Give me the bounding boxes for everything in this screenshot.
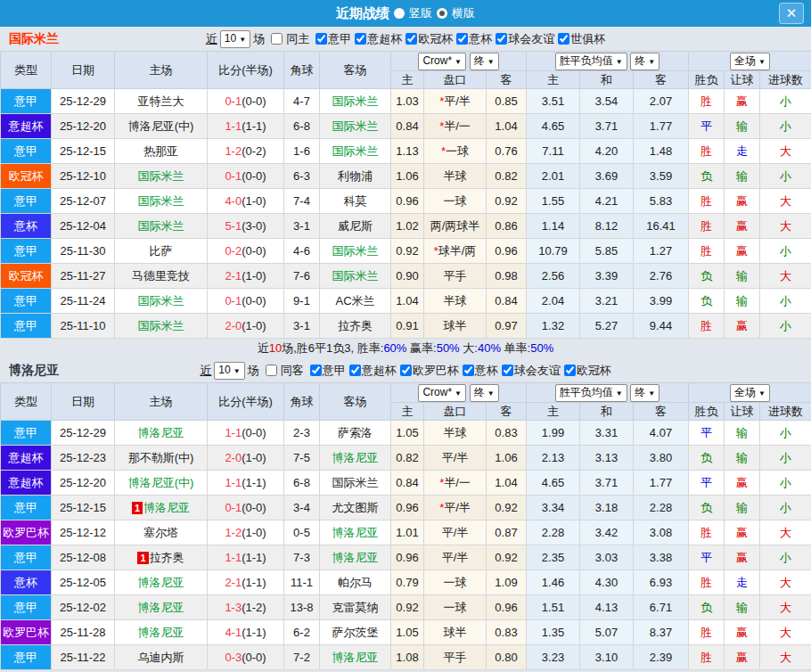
corner-cell: 7-5 (284, 446, 320, 471)
match-count-select[interactable]: 10▼ (214, 362, 244, 380)
fulltime-select[interactable]: 全场▼ (730, 53, 770, 70)
result-cell: 胜 (689, 314, 725, 339)
let-result-cell: 输 (725, 114, 760, 139)
match-count-select[interactable]: 10▼ (220, 30, 250, 48)
home-cell: 博洛尼亚 (115, 421, 208, 446)
odds-away-cell: 0.98 (487, 264, 527, 289)
league-label: 欧冠杯 (418, 32, 453, 45)
subheader-result: 胜负 (689, 71, 725, 89)
league-checkbox[interactable] (558, 33, 569, 45)
result-cell: 胜 (689, 189, 725, 214)
table-row: 意甲25-11-30比萨0-2(0-0)4-6国际米兰0.92*球半/两0.96… (1, 239, 811, 264)
results-table: 类型 日期 主场 比分(半场) 角球 客场 Crow*▼ 终▼ 胜平负均值▼ 终… (0, 51, 811, 339)
league-filter[interactable]: 意甲 (312, 31, 351, 47)
score-cell: 0-1(0-0) (208, 164, 284, 189)
odds-away-cell: 1.06 (487, 446, 527, 471)
goals-cell: 小 (760, 446, 811, 471)
league-filter[interactable]: 世俱杯 (554, 31, 605, 47)
league-checkbox[interactable] (355, 33, 366, 45)
avg-away-cell: 1.77 (634, 471, 689, 496)
score-cell: 2-1(1-1) (208, 570, 284, 595)
league-filter[interactable]: 意杯 (459, 363, 498, 379)
league-checkbox[interactable] (406, 33, 417, 45)
subheader-odds-away: 客 (487, 71, 527, 89)
avg-odds-select[interactable]: 胜平负均值▼ (555, 53, 627, 70)
avg-home-cell: 1.32 (527, 314, 580, 339)
subheader-let: 让球 (725, 403, 760, 421)
subheader-handicap: 盘口 (424, 403, 487, 421)
bookmaker-select[interactable]: Crow*▼ (418, 384, 466, 402)
fulltime-select[interactable]: 全场▼ (730, 384, 770, 402)
date-cell: 25-12-02 (52, 595, 115, 620)
league-checkbox[interactable] (400, 365, 412, 376)
corner-cell: 13-8 (284, 595, 320, 620)
handicap-cell: 平/半 (424, 545, 487, 570)
home-cell: 国际米兰 (115, 289, 208, 314)
stats-segment: 40% (478, 341, 501, 355)
avg-stage-select[interactable]: 终▼ (630, 53, 659, 70)
table-row: 意甲25-12-15热那亚1-2(0-2)1-6国际米兰1.13*一球0.767… (1, 139, 811, 164)
league-checkbox[interactable] (349, 365, 361, 376)
same-venue-label: 同客 (281, 363, 304, 379)
odds-group-header: Crow*▼ 终▼ (391, 383, 527, 403)
table-row: 意超杯25-12-20博洛尼亚(中)1-1(1-1)6-8国际米兰0.84*半/… (1, 114, 811, 139)
odds-home-cell: 0.91 (391, 314, 424, 339)
vertical-layout-label[interactable]: 竖版 (409, 5, 432, 21)
league-checkbox[interactable] (315, 33, 327, 45)
league-checkbox[interactable] (310, 365, 322, 376)
league-filter[interactable]: 球会友谊 (498, 363, 561, 379)
corner-cell: 11-1 (284, 570, 320, 595)
league-filter[interactable]: 欧罗巴杯 (397, 363, 459, 379)
stats-segment: 60% (383, 341, 406, 355)
handicap-cell: 半球 (424, 421, 487, 446)
avg-stage-select[interactable]: 终▼ (630, 384, 659, 402)
league-checkbox[interactable] (463, 365, 474, 376)
subheader-avg-draw: 和 (580, 71, 634, 89)
away-cell: 国际米兰 (320, 139, 391, 164)
avg-away-cell: 9.44 (634, 314, 689, 339)
league-filter[interactable]: 球会友谊 (492, 31, 554, 47)
away-cell: 博洛尼亚 (320, 645, 391, 670)
vertical-layout-radio[interactable] (394, 8, 405, 19)
avg-away-cell: 2.07 (634, 89, 689, 114)
odds-stage-select[interactable]: 终▼ (470, 53, 499, 70)
type-cell: 意超杯 (1, 446, 52, 471)
avg-home-cell: 2.13 (527, 446, 580, 471)
games-label: 场 (253, 31, 265, 47)
result-cell: 胜 (689, 645, 725, 670)
horizontal-layout-radio[interactable] (437, 8, 447, 19)
league-checkbox[interactable] (496, 33, 507, 45)
table-row: 意甲25-11-22乌迪内斯0-3(0-0)7-2博洛尼亚1.08平手0.803… (1, 645, 811, 670)
league-filter[interactable]: 欧冠杯 (561, 363, 611, 379)
league-filter[interactable]: 意杯 (453, 31, 492, 47)
goals-cell: 小 (760, 314, 811, 339)
col-header-home: 主场 (115, 52, 208, 89)
col-header-score: 比分(半场) (208, 52, 284, 89)
league-filter[interactable]: 意超杯 (351, 31, 402, 47)
league-checkbox[interactable] (456, 33, 468, 45)
type-cell: 欧冠杯 (1, 164, 52, 189)
league-filter[interactable]: 意超杯 (346, 363, 397, 379)
league-filter[interactable]: 欧冠杯 (402, 31, 453, 47)
let-result-cell: 赢 (725, 620, 760, 645)
close-icon[interactable]: ✕ (779, 3, 804, 24)
horizontal-layout-label[interactable]: 横版 (452, 5, 475, 21)
same-venue-checkbox[interactable] (271, 33, 283, 45)
col-header-type: 类型 (1, 383, 52, 421)
league-checkbox[interactable] (502, 365, 513, 376)
games-label: 场 (248, 363, 259, 379)
bookmaker-select[interactable]: Crow*▼ (418, 53, 466, 70)
avg-odds-select[interactable]: 胜平负均值▼ (555, 384, 627, 402)
handicap-cell: 平/半 (424, 520, 487, 545)
avg-away-cell: 3.59 (634, 164, 689, 189)
avg-draw-cell: 4.13 (580, 595, 634, 620)
let-result-cell: 赢 (725, 545, 760, 570)
league-label: 世俱杯 (570, 32, 605, 45)
handicap-cell: 半球 (424, 289, 487, 314)
odds-stage-select[interactable]: 终▼ (470, 384, 499, 402)
away-cell: 威尼斯 (320, 214, 391, 239)
league-filter[interactable]: 意甲 (307, 363, 346, 379)
league-checkbox[interactable] (564, 365, 576, 376)
page-title: 近期战绩 (336, 5, 389, 22)
same-venue-checkbox[interactable] (266, 365, 277, 376)
